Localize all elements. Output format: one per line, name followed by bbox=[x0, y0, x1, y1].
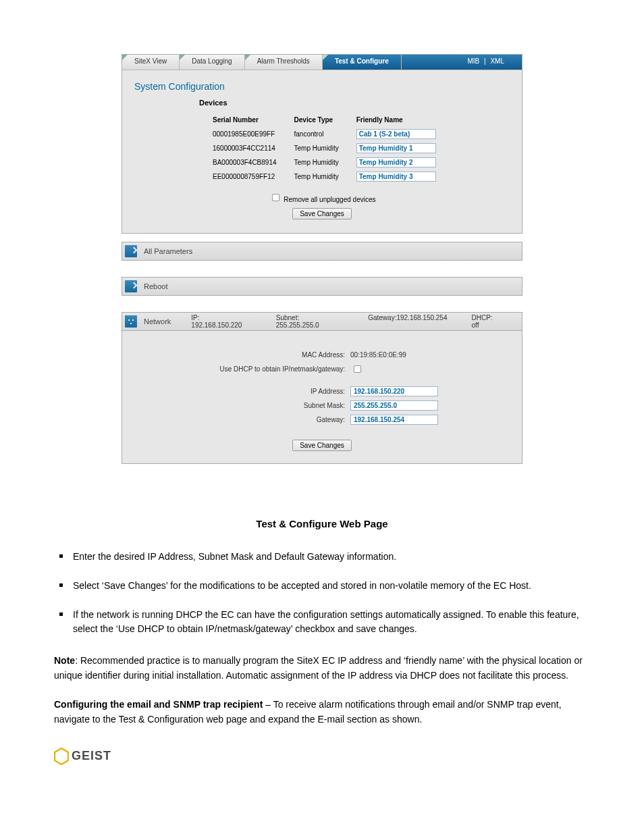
table-row: EE0000008759FF12 Temp Humidity bbox=[213, 170, 452, 183]
expand-network: Network IP: 192.168.150.220 Subnet: 255.… bbox=[122, 312, 522, 464]
mac-label: MAC Address: bbox=[136, 351, 350, 359]
net-subnet: Subnet: 255.255.255.0 bbox=[276, 314, 344, 329]
expand-all-parameters[interactable]: All Parameters bbox=[122, 242, 522, 261]
devices-table: Serial Number Device Type Friendly Name … bbox=[211, 113, 454, 184]
gateway-label: Gateway: bbox=[136, 416, 350, 423]
save-changes-button[interactable]: Save Changes bbox=[292, 440, 352, 451]
list-item: Select ‘Save Changes’ for the modificati… bbox=[54, 579, 590, 593]
tab-sitex-view[interactable]: SiteX View bbox=[122, 55, 180, 70]
ip-input[interactable] bbox=[350, 386, 438, 396]
remove-unplugged-label[interactable]: Remove all unplugged devices bbox=[269, 196, 376, 203]
table-row: BA000003F4CB8914 Temp Humidity bbox=[213, 156, 452, 169]
save-changes-button[interactable]: Save Changes bbox=[292, 208, 352, 219]
tab-bar: SiteX View Data Logging Alarm Thresholds… bbox=[122, 55, 522, 70]
table-row: 00001985E00E99FF fancontrol bbox=[213, 128, 452, 140]
net-dhcp: DHCP: off bbox=[472, 314, 502, 329]
geist-logo-icon bbox=[54, 748, 69, 765]
table-row: 16000003F4CC2114 Temp Humidity bbox=[213, 142, 452, 155]
friendly-name-input[interactable] bbox=[356, 143, 436, 153]
friendly-name-input[interactable] bbox=[356, 129, 436, 139]
devices-heading: Devices bbox=[130, 96, 514, 111]
mac-value: 00:19:85:E0:0E:99 bbox=[350, 351, 406, 359]
friendly-name-input[interactable] bbox=[356, 172, 436, 182]
subnet-label: Subnet Mask: bbox=[136, 402, 350, 409]
app-screenshot: SiteX View Data Logging Alarm Thresholds… bbox=[122, 54, 522, 234]
list-item: If the network is running DHCP the EC ca… bbox=[54, 608, 590, 636]
gateway-input[interactable] bbox=[350, 415, 438, 425]
tab-data-logging[interactable]: Data Logging bbox=[180, 55, 245, 70]
svg-marker-0 bbox=[55, 748, 68, 764]
network-form: MAC Address: 00:19:85:E0:0E:99 Use DHCP … bbox=[122, 330, 522, 463]
list-item: Enter the desired IP Address, Subnet Mas… bbox=[54, 550, 590, 564]
subnet-input[interactable] bbox=[350, 400, 438, 411]
network-header-row[interactable]: Network IP: 192.168.150.220 Subnet: 255.… bbox=[122, 312, 522, 330]
top-right-links: MIB | XML bbox=[459, 55, 522, 70]
link-xml[interactable]: XML bbox=[489, 57, 506, 65]
expand-icon bbox=[125, 280, 137, 292]
dhcp-label: Use DHCP to obtain IP/netmask/gateway: bbox=[136, 365, 350, 373]
expand-icon bbox=[125, 245, 137, 257]
doc-title: Test & Configure Web Page bbox=[54, 518, 590, 529]
friendly-name-input[interactable] bbox=[356, 157, 436, 167]
geist-logo-text: GEIST bbox=[72, 749, 111, 763]
network-icon bbox=[125, 315, 137, 328]
tab-alarm-thresholds[interactable]: Alarm Thresholds bbox=[245, 55, 323, 70]
expand-reboot[interactable]: Reboot bbox=[122, 277, 522, 296]
ip-label: IP Address: bbox=[136, 388, 350, 395]
instruction-list: Enter the desired IP Address, Subnet Mas… bbox=[54, 550, 590, 636]
col-serial: Serial Number bbox=[213, 115, 293, 126]
remove-unplugged-checkbox[interactable] bbox=[271, 194, 279, 201]
col-friendly: Friendly Name bbox=[356, 115, 452, 126]
footer-logo: GEIST bbox=[54, 748, 590, 765]
tab-test-configure[interactable]: Test & Configure bbox=[323, 55, 402, 70]
net-gateway: Gateway:192.168.150.254 bbox=[368, 314, 447, 329]
link-mib[interactable]: MIB bbox=[466, 57, 481, 65]
net-ip: IP: 192.168.150.220 bbox=[191, 314, 251, 329]
dhcp-checkbox[interactable] bbox=[354, 365, 361, 373]
configure-email-paragraph: Configuring the email and SNMP trap reci… bbox=[54, 698, 590, 727]
col-type: Device Type bbox=[294, 115, 355, 126]
section-title-system-configuration: System Configuration bbox=[130, 77, 514, 96]
note-paragraph: Note: Recommended practice is to manuall… bbox=[54, 654, 590, 683]
